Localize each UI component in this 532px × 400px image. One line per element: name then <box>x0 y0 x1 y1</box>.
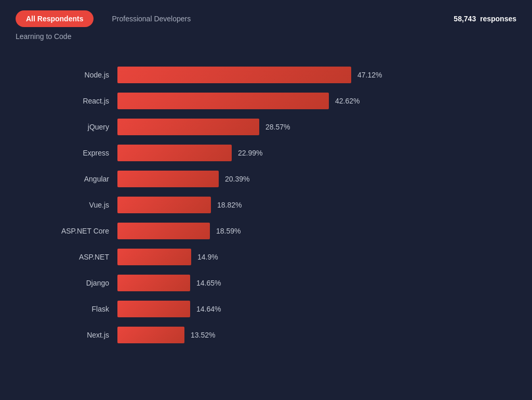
bar-label: Angular <box>47 175 109 183</box>
bar-wrapper: 14.9% <box>117 249 485 265</box>
all-respondents-tab[interactable]: All Respondents <box>16 10 94 27</box>
header: All Respondents Professional Developers … <box>16 10 516 27</box>
bar-label: Next.js <box>47 331 109 339</box>
bar-value: 20.39% <box>225 175 249 183</box>
bar-fill <box>117 275 190 291</box>
bar-fill <box>117 327 184 343</box>
bar-label: Node.js <box>47 71 109 79</box>
bar-label: Express <box>47 149 109 157</box>
bar-value: 22.99% <box>238 149 262 157</box>
professional-developers-tab[interactable]: Professional Developers <box>109 10 193 27</box>
chart-row: Express22.99% <box>47 145 485 161</box>
bar-fill <box>117 145 232 161</box>
chart-row: Node.js47.12% <box>47 67 485 83</box>
bar-fill <box>117 67 351 83</box>
bar-label: ASP.NET <box>47 253 109 261</box>
bar-fill <box>117 119 259 135</box>
chart-row: Django14.65% <box>47 275 485 291</box>
subtitle: Learning to Code <box>16 32 516 41</box>
bar-wrapper: 18.59% <box>117 223 485 239</box>
bar-wrapper: 22.99% <box>117 145 485 161</box>
chart-row: ASP.NET Core18.59% <box>47 223 485 239</box>
chart-row: Angular20.39% <box>47 171 485 187</box>
bar-value: 47.12% <box>357 71 382 79</box>
chart-row: Vue.js18.82% <box>47 197 485 213</box>
bar-wrapper: 14.64% <box>117 301 485 317</box>
bar-wrapper: 18.82% <box>117 197 485 213</box>
bar-value: 28.57% <box>265 123 290 131</box>
bar-value: 18.59% <box>216 227 241 235</box>
app-container: All Respondents Professional Developers … <box>16 10 516 343</box>
responses-count: 58,743 responses <box>454 15 516 23</box>
chart-row: Next.js13.52% <box>47 327 485 343</box>
bar-wrapper: 13.52% <box>117 327 485 343</box>
responses-number: 58,743 <box>454 15 476 23</box>
chart-row: ASP.NET14.9% <box>47 249 485 265</box>
bar-value: 13.52% <box>191 331 215 339</box>
bar-chart: Node.js47.12%React.js42.62%jQuery28.57%E… <box>16 67 516 343</box>
bar-label: Django <box>47 279 109 287</box>
bar-wrapper: 42.62% <box>117 93 485 109</box>
bar-label: Flask <box>47 305 109 313</box>
bar-fill <box>117 249 191 265</box>
bar-value: 14.65% <box>196 279 221 287</box>
bar-value: 14.64% <box>196 305 221 313</box>
bar-label: React.js <box>47 97 109 105</box>
bar-fill <box>117 171 219 187</box>
bar-wrapper: 28.57% <box>117 119 485 135</box>
bar-wrapper: 14.65% <box>117 275 485 291</box>
bar-label: ASP.NET Core <box>47 227 109 235</box>
chart-row: React.js42.62% <box>47 93 485 109</box>
bar-fill <box>117 223 210 239</box>
responses-label: responses <box>480 15 516 23</box>
bar-label: Vue.js <box>47 201 109 209</box>
bar-fill <box>117 301 190 317</box>
bar-value: 14.9% <box>197 253 218 261</box>
header-tabs: All Respondents Professional Developers <box>16 10 193 27</box>
bar-fill <box>117 197 211 213</box>
bar-value: 42.62% <box>335 97 360 105</box>
bar-wrapper: 47.12% <box>117 67 485 83</box>
bar-wrapper: 20.39% <box>117 171 485 187</box>
chart-row: jQuery28.57% <box>47 119 485 135</box>
bar-value: 18.82% <box>217 201 242 209</box>
chart-row: Flask14.64% <box>47 301 485 317</box>
bar-label: jQuery <box>47 123 109 131</box>
bar-fill <box>117 93 329 109</box>
